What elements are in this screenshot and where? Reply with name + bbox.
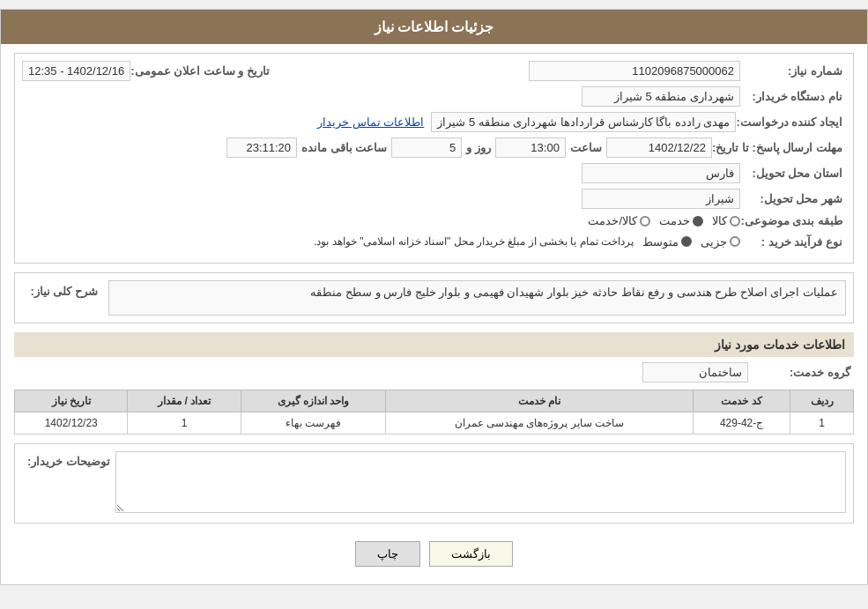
deadline-label: مهلت ارسال پاسخ: تا تاریخ: <box>712 141 846 154</box>
table-row: 1ج-42-429ساخت سایر پروژه‌های مهندسی عمرا… <box>15 412 854 434</box>
creator-value: مهدی رادده باگا کارشناس قراردادها شهردار… <box>431 112 736 132</box>
cell-name: ساخت سایر پروژه‌های مهندسی عمران <box>386 412 694 434</box>
purchase-jozvi-radio[interactable] <box>730 236 740 247</box>
category-kala-radio[interactable] <box>730 216 740 227</box>
category-kala-khadamat-label: کالا/خدمت <box>588 214 637 227</box>
action-buttons: بازگشت چاپ <box>14 532 854 576</box>
purchase-mootasat-item[interactable]: متوسط <box>642 235 692 249</box>
date-label: تاریخ و ساعت اعلان عمومی: <box>130 64 273 78</box>
deadline-remaining: 23:11:20 <box>226 137 297 158</box>
services-title: اطلاعات خدمات مورد نیاز <box>14 332 854 357</box>
purchase-notice: پرداخت تمام یا بخشی از مبلغ خریدار محل "… <box>314 233 634 250</box>
col-name: نام خدمت <box>386 390 694 412</box>
category-radio-group: کالا خدمت کالا/خدمت <box>588 214 740 227</box>
deadline-days: 5 <box>391 137 462 158</box>
deadline-remaining-label: ساعت باقی مانده <box>301 141 387 154</box>
category-kala-khadamat-radio[interactable] <box>640 216 650 227</box>
buyer-label: نام دستگاه خریدار: <box>740 90 846 103</box>
deadline-time: 13:00 <box>495 137 566 158</box>
col-unit: واحد اندازه گیری <box>241 390 385 412</box>
deadline-day-label: روز و <box>466 141 491 154</box>
purchase-jozvi-label: جزیی <box>701 235 727 249</box>
back-button[interactable]: بازگشت <box>429 541 513 567</box>
service-group-label: گروه خدمت: <box>748 366 854 379</box>
page-title: جزئیات اطلاعات نیاز <box>1 10 867 44</box>
buyer-desc-label: توضیحات خریدار: <box>22 451 110 468</box>
province-value: فارس <box>582 163 740 183</box>
col-code: کد خدمت <box>693 390 790 412</box>
purchase-type-label: نوع فرآیند خرید : <box>740 235 846 249</box>
number-value: 1102096875000062 <box>529 61 740 81</box>
cell-unit: فهرست بهاء <box>241 412 385 434</box>
print-button[interactable]: چاپ <box>355 541 420 567</box>
buyer-desc-textarea[interactable] <box>115 451 846 513</box>
deadline-time-label: ساعت <box>570 141 602 154</box>
need-desc-value: عملیات اجرای اصلاح طرح هندسی و رفع نقاط … <box>108 280 846 316</box>
creator-link[interactable]: اطلاعات تماس خریدار <box>317 115 424 129</box>
category-khadamat-radio[interactable] <box>693 216 703 227</box>
category-kala-khadamat-item[interactable]: کالا/خدمت <box>588 214 650 227</box>
col-date: تاریخ نیاز <box>15 390 128 412</box>
services-table: ردیف کد خدمت نام خدمت واحد اندازه گیری ت… <box>14 390 854 434</box>
city-value: شیراز <box>582 189 740 209</box>
purchase-mootasat-label: متوسط <box>642 235 679 249</box>
purchase-radio-group: جزیی متوسط <box>642 235 740 249</box>
purchase-mootasat-radio[interactable] <box>681 236 692 247</box>
cell-radif: 1 <box>790 412 854 434</box>
purchase-jozvi-item[interactable]: جزیی <box>701 235 740 249</box>
need-desc-label: شرح کلی نیاز: <box>22 280 101 298</box>
cell-code: ج-42-429 <box>693 412 790 434</box>
deadline-date: 1402/12/22 <box>606 137 712 158</box>
category-kala-label: کالا <box>712 214 727 227</box>
buyer-value: شهرداری منطقه 5 شیراز <box>582 86 740 107</box>
creator-label: ایجاد کننده درخواست: <box>736 115 846 129</box>
date-value: 1402/12/16 - 12:35 <box>22 61 130 81</box>
col-radif: ردیف <box>790 390 854 412</box>
cell-count: 1 <box>128 412 241 434</box>
col-count: تعداد / مقدار <box>128 390 241 412</box>
city-label: شهر محل تحویل: <box>740 192 846 205</box>
category-label: طبقه بندی موضوعی: <box>740 214 846 227</box>
category-khadamat-item[interactable]: خدمت <box>659 214 703 227</box>
number-label: شماره نیاز: <box>740 64 846 78</box>
category-khadamat-label: خدمت <box>659 214 690 227</box>
province-label: استان محل تحویل: <box>740 167 846 180</box>
category-kala-item[interactable]: کالا <box>712 214 740 227</box>
cell-date: 1402/12/23 <box>15 412 128 434</box>
service-group-value: ساختمان <box>642 362 748 382</box>
